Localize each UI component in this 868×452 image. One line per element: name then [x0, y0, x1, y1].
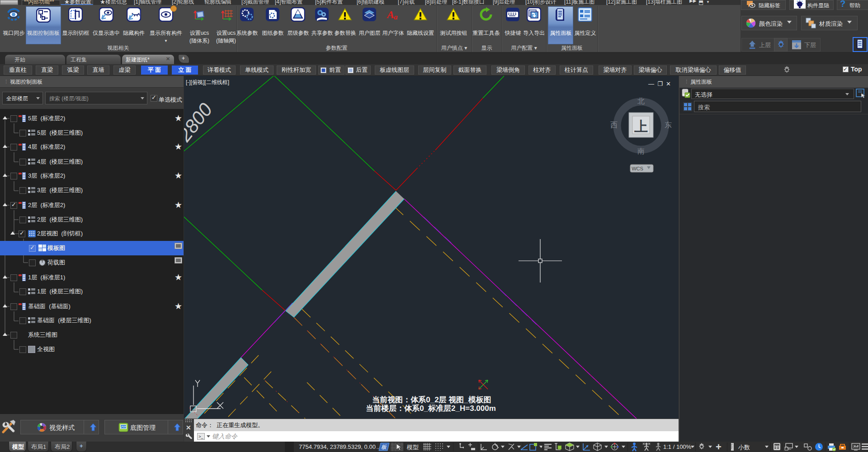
svg-text:WCS: WCS [632, 166, 643, 171]
svg-text:上: 上 [634, 119, 648, 134]
svg-text:西: 西 [610, 121, 618, 129]
svg-text:当前视图：体系0_2层 视图_模板图: 当前视图：体系0_2层 视图_模板图 [372, 396, 491, 404]
svg-text:板: 板 [381, 444, 387, 450]
svg-text:2800: 2800 [184, 99, 217, 146]
svg-text:a: a [394, 13, 398, 21]
svg-text:当前楼层：体系0_标准层2_H=3.000m: 当前楼层：体系0_标准层2_H=3.000m [366, 404, 496, 413]
svg-text:北: 北 [637, 97, 645, 105]
svg-text:南: 南 [637, 147, 645, 155]
svg-text:A: A [386, 9, 394, 20]
svg-text:东: 东 [665, 121, 672, 129]
